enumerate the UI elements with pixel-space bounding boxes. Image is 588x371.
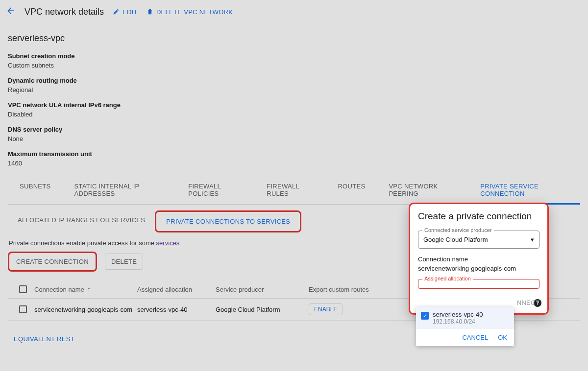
back-arrow-icon[interactable] [6, 6, 16, 18]
connection-name-label: Connection name [418, 255, 539, 263]
services-link[interactable]: services [156, 239, 180, 247]
row-producer: Google Cloud Platform [216, 306, 309, 313]
field-label: VPC network ULA internal IPv6 range [8, 101, 580, 109]
dropdown-arrow-icon: ▾ [531, 236, 534, 243]
tab-firewall-rules[interactable]: FIREWALL RULES [255, 176, 326, 204]
detail-field: VPC network ULA internal IPv6 rangeDisab… [8, 101, 580, 118]
subtab-private-connections-to-services[interactable]: PRIVATE CONNECTIONS TO SERVICES [155, 210, 301, 232]
equivalent-rest-link[interactable]: EQUIVALENT REST [14, 335, 74, 343]
tab-routes[interactable]: ROUTES [326, 176, 377, 204]
detail-field: Dynamic routing modeRegional [8, 77, 580, 93]
row-connection-name: servicenetworking-googleapis-com [34, 306, 137, 313]
allocation-dropdown: ✓ serverless-vpc-40 192.168.40.0/24 CANC… [416, 307, 514, 346]
assigned-allocation-field[interactable]: Assigned allocation [418, 279, 539, 289]
allocation-option-cidr: 192.168.40.0/24 [433, 318, 483, 325]
page-header: VPC network details EDIT DELETE VPC NETW… [0, 0, 588, 23]
service-producer-label: Connected service producer [422, 227, 494, 233]
field-label: Maximum transmission unit [8, 150, 580, 158]
create-connection-highlight: CREATE CONNECTION [8, 252, 97, 272]
col-export-routes[interactable]: Export custom routes [309, 286, 392, 293]
detail-field: Maximum transmission unit1460 [8, 150, 580, 167]
detail-field: DNS server policyNone [8, 126, 580, 142]
field-value: Custom subnets [8, 62, 580, 69]
enable-export-button[interactable]: ENABLE [309, 303, 343, 315]
select-all-checkbox[interactable] [19, 285, 27, 293]
checkbox-checked-icon[interactable]: ✓ [421, 312, 429, 320]
connection-name-value: servicenetworking-googleapis-com [418, 265, 539, 272]
field-value: Regional [8, 86, 580, 93]
connect-button-partial[interactable]: NNECT [517, 299, 539, 306]
primary-tabs: SUBNETSSTATIC INTERNAL IP ADDRESSESFIREW… [8, 176, 580, 205]
field-label: Dynamic routing mode [8, 77, 580, 84]
page-title: VPC network details [24, 7, 104, 17]
tab-private-service-connection[interactable]: PRIVATE SERVICE CONNECTION [468, 176, 580, 204]
ok-button[interactable]: OK [498, 334, 507, 341]
vpc-name: serverless-vpc [8, 33, 580, 44]
row-allocation: serverless-vpc-40 [137, 306, 216, 313]
cancel-button[interactable]: CANCEL [462, 334, 488, 341]
field-label: DNS server policy [8, 126, 580, 133]
tab-static-internal-ip-addresses[interactable]: STATIC INTERNAL IP ADDRESSES [63, 176, 177, 204]
field-value: 1460 [8, 160, 580, 167]
pencil-icon [113, 8, 120, 15]
tab-subnets[interactable]: SUBNETS [8, 176, 63, 204]
assigned-allocation-label: Assigned allocation [422, 276, 473, 281]
row-checkbox[interactable] [19, 305, 27, 313]
delete-network-button[interactable]: DELETE VPC NETWORK [147, 8, 233, 16]
sort-ascending-icon[interactable]: ↑ [87, 285, 91, 293]
tab-vpc-network-peering[interactable]: VPC NETWORK PEERING [377, 176, 468, 204]
edit-button[interactable]: EDIT [113, 8, 138, 16]
field-value: Disabled [8, 111, 580, 118]
allocation-option[interactable]: ✓ serverless-vpc-40 192.168.40.0/24 [416, 307, 514, 329]
delete-button[interactable]: DELETE [105, 254, 143, 270]
trash-icon [147, 8, 153, 15]
dialog-title: Create a private connection [418, 211, 539, 222]
tab-firewall-policies[interactable]: FIREWALL POLICIES [176, 176, 255, 204]
subtab-allocated-ip-ranges-for-services[interactable]: ALLOCATED IP RANGES FOR SERVICES [8, 210, 155, 232]
col-service-producer[interactable]: Service producer [216, 286, 309, 293]
create-connection-button[interactable]: CREATE CONNECTION [10, 254, 95, 269]
field-value: None [8, 135, 580, 142]
col-assigned-allocation[interactable]: Assigned allocation [137, 286, 216, 293]
col-connection-name[interactable]: Connection name [34, 286, 84, 293]
allocation-option-name: serverless-vpc-40 [433, 311, 483, 318]
service-producer-select[interactable]: Connected service producer Google Cloud … [418, 231, 539, 249]
detail-field: Subnet creation modeCustom subnets [8, 52, 580, 69]
field-label: Subnet creation mode [8, 52, 580, 60]
create-connection-dialog: Create a private connection Connected se… [409, 203, 549, 315]
